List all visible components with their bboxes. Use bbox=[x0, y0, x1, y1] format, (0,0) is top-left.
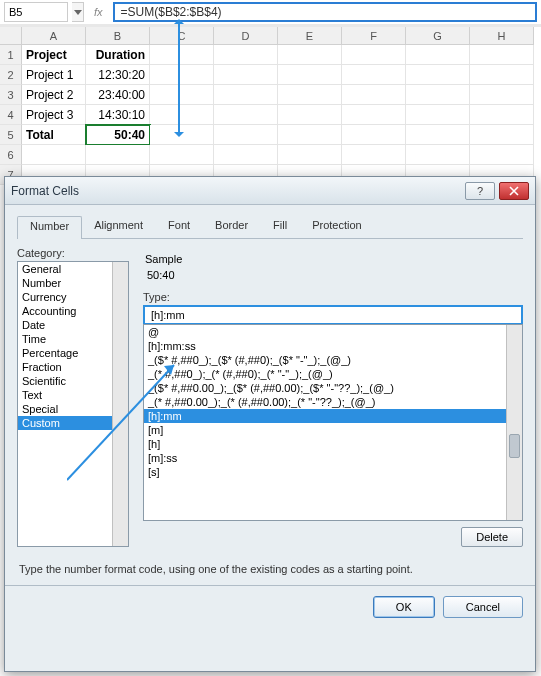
format-code-item[interactable]: [h] bbox=[144, 437, 506, 451]
col-header[interactable]: G bbox=[406, 27, 470, 45]
tab-number[interactable]: Number bbox=[17, 216, 82, 239]
cell[interactable]: Project 2 bbox=[22, 85, 86, 105]
cell[interactable] bbox=[278, 45, 342, 65]
format-code-item[interactable]: [m]:ss bbox=[144, 451, 506, 465]
cell[interactable] bbox=[406, 85, 470, 105]
row-header[interactable]: 2 bbox=[0, 65, 22, 85]
cell[interactable] bbox=[470, 105, 534, 125]
cell[interactable] bbox=[406, 65, 470, 85]
name-box[interactable] bbox=[4, 2, 68, 22]
format-code-list[interactable]: @[h]:mm:ss_($* #,##0_);_($* (#,##0);_($*… bbox=[143, 324, 523, 521]
cell[interactable] bbox=[278, 65, 342, 85]
cell[interactable] bbox=[470, 65, 534, 85]
row-header[interactable]: 5 bbox=[0, 125, 22, 145]
ok-button[interactable]: OK bbox=[373, 596, 435, 618]
cell[interactable] bbox=[214, 105, 278, 125]
scrollbar[interactable] bbox=[112, 262, 128, 546]
cell[interactable] bbox=[150, 145, 214, 165]
format-code-item[interactable]: _($* #,##0.00_);_($* (#,##0.00);_($* "-"… bbox=[144, 381, 506, 395]
cell[interactable] bbox=[278, 125, 342, 145]
row-header[interactable]: 3 bbox=[0, 85, 22, 105]
category-item[interactable]: Currency bbox=[18, 290, 112, 304]
format-code-item[interactable]: [m] bbox=[144, 423, 506, 437]
cell[interactable] bbox=[278, 105, 342, 125]
format-code-item[interactable]: [s] bbox=[144, 465, 506, 479]
cell[interactable]: Project 3 bbox=[22, 105, 86, 125]
category-item[interactable]: Special bbox=[18, 402, 112, 416]
col-header[interactable]: D bbox=[214, 27, 278, 45]
category-list[interactable]: GeneralNumberCurrencyAccountingDateTimeP… bbox=[17, 261, 129, 547]
category-item[interactable]: Accounting bbox=[18, 304, 112, 318]
cell[interactable] bbox=[342, 125, 406, 145]
cell[interactable] bbox=[470, 145, 534, 165]
category-item[interactable]: Text bbox=[18, 388, 112, 402]
col-header[interactable]: A bbox=[22, 27, 86, 45]
cell[interactable] bbox=[406, 145, 470, 165]
cell[interactable] bbox=[214, 65, 278, 85]
category-item[interactable]: Custom bbox=[18, 416, 112, 430]
col-header[interactable]: H bbox=[470, 27, 534, 45]
col-header[interactable]: B bbox=[86, 27, 150, 45]
cell[interactable]: 50:40 bbox=[86, 125, 150, 145]
category-item[interactable]: Date bbox=[18, 318, 112, 332]
delete-button[interactable]: Delete bbox=[461, 527, 523, 547]
col-header[interactable]: F bbox=[342, 27, 406, 45]
tab-alignment[interactable]: Alignment bbox=[81, 215, 156, 238]
tab-border[interactable]: Border bbox=[202, 215, 261, 238]
format-code-item[interactable]: @ bbox=[144, 325, 506, 339]
cell[interactable] bbox=[150, 45, 214, 65]
tab-fill[interactable]: Fill bbox=[260, 215, 300, 238]
category-item[interactable]: Percentage bbox=[18, 346, 112, 360]
row-header[interactable]: 4 bbox=[0, 105, 22, 125]
cell[interactable] bbox=[150, 105, 214, 125]
col-header[interactable]: C bbox=[150, 27, 214, 45]
cell[interactable] bbox=[214, 125, 278, 145]
cell[interactable] bbox=[150, 65, 214, 85]
format-code-item[interactable]: _(* #,##0_);_(* (#,##0);_(* "-"_);_(@_) bbox=[144, 367, 506, 381]
category-item[interactable]: Scientific bbox=[18, 374, 112, 388]
category-item[interactable]: General bbox=[18, 262, 112, 276]
cell[interactable] bbox=[470, 85, 534, 105]
fx-icon[interactable]: fx bbox=[88, 6, 109, 18]
name-box-dropdown[interactable] bbox=[72, 2, 84, 22]
cell[interactable] bbox=[278, 85, 342, 105]
cell[interactable] bbox=[214, 45, 278, 65]
format-code-item[interactable]: [h]:mm bbox=[144, 409, 506, 423]
row-header[interactable]: 6 bbox=[0, 145, 22, 165]
cell[interactable] bbox=[406, 125, 470, 145]
cell[interactable] bbox=[342, 85, 406, 105]
cell[interactable] bbox=[406, 105, 470, 125]
close-button[interactable] bbox=[499, 182, 529, 200]
cell[interactable] bbox=[342, 105, 406, 125]
cell[interactable] bbox=[406, 45, 470, 65]
format-code-item[interactable]: _(* #,##0.00_);_(* (#,##0.00);_(* "-"??_… bbox=[144, 395, 506, 409]
cell[interactable] bbox=[342, 65, 406, 85]
row-header[interactable]: 1 bbox=[0, 45, 22, 65]
category-item[interactable]: Number bbox=[18, 276, 112, 290]
cell[interactable] bbox=[150, 85, 214, 105]
category-item[interactable]: Fraction bbox=[18, 360, 112, 374]
cell[interactable] bbox=[278, 145, 342, 165]
cell[interactable]: 23:40:00 bbox=[86, 85, 150, 105]
cancel-button[interactable]: Cancel bbox=[443, 596, 523, 618]
cell[interactable]: 14:30:10 bbox=[86, 105, 150, 125]
cell[interactable] bbox=[470, 125, 534, 145]
cell[interactable] bbox=[86, 145, 150, 165]
cell[interactable]: Project bbox=[22, 45, 86, 65]
format-code-item[interactable]: [h]:mm:ss bbox=[144, 339, 506, 353]
col-header[interactable]: E bbox=[278, 27, 342, 45]
cell[interactable] bbox=[214, 85, 278, 105]
tab-protection[interactable]: Protection bbox=[299, 215, 375, 238]
cell[interactable] bbox=[342, 45, 406, 65]
cell[interactable]: 12:30:20 bbox=[86, 65, 150, 85]
cell[interactable]: Project 1 bbox=[22, 65, 86, 85]
cell[interactable]: Total time bbox=[22, 125, 86, 145]
category-item[interactable]: Time bbox=[18, 332, 112, 346]
cell[interactable]: Duration bbox=[86, 45, 150, 65]
cell[interactable] bbox=[214, 145, 278, 165]
help-button[interactable]: ? bbox=[465, 182, 495, 200]
cell[interactable] bbox=[342, 145, 406, 165]
cell[interactable] bbox=[22, 145, 86, 165]
format-code-item[interactable]: _($* #,##0_);_($* (#,##0);_($* "-"_);_(@… bbox=[144, 353, 506, 367]
scroll-thumb[interactable] bbox=[509, 434, 520, 458]
